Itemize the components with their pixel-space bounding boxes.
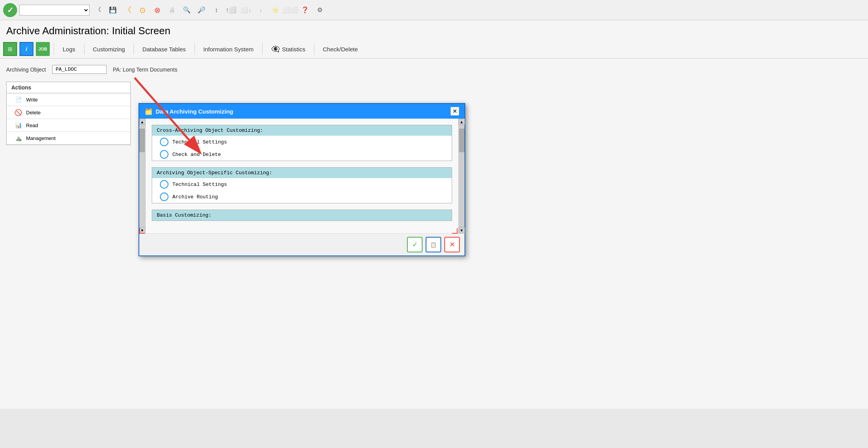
write-icon: 📄 xyxy=(14,96,22,103)
dialog-title-left: 🗂️ Data Archiving Customizing xyxy=(145,108,233,115)
cross-archiving-section: Cross-Archiving Object Customizing: Tech… xyxy=(152,125,452,161)
rewind-btn[interactable]: 《 xyxy=(121,4,134,16)
menu-logs[interactable]: Logs xyxy=(56,44,82,55)
basis-section: Basis Customizing: xyxy=(152,210,452,221)
dialog-scrollbar-right: ▲ ▼ xyxy=(458,119,465,233)
job-icon[interactable]: JOB xyxy=(36,42,50,56)
scroll-up-right[interactable]: ▲ xyxy=(459,119,465,125)
corner-br xyxy=(452,228,458,234)
menu-separator-3 xyxy=(133,43,134,55)
download-btn[interactable]: ⬜↓ xyxy=(240,4,252,16)
scrollbar-track xyxy=(459,125,465,227)
action-delete[interactable]: 🚫 Delete xyxy=(7,106,130,119)
check-and-delete-label: Check and Delete xyxy=(172,152,221,158)
menu-database-tables[interactable]: Database Tables xyxy=(136,44,192,55)
back-btn[interactable]: 《 xyxy=(92,4,104,16)
menu-statistics[interactable]: 👁‍🗨 Statistics xyxy=(265,42,312,56)
archiving-row: Archiving Object PA: Long Term Documents xyxy=(6,65,862,74)
technical-settings-2-icon xyxy=(160,180,168,189)
upload-btn[interactable]: ↑⬜ xyxy=(225,4,237,16)
scroll-down-right[interactable]: ▼ xyxy=(459,227,465,233)
layout-btn[interactable]: ⬜⬜ xyxy=(284,4,296,16)
menubar: ⊞ i JOB Logs Customizing Database Tables… xyxy=(0,40,868,59)
object-specific-section: Archiving Object-Specific Customizing: T… xyxy=(152,167,452,203)
archive-routing-item[interactable]: Archive Routing xyxy=(152,191,452,203)
menu-separator-1 xyxy=(54,43,54,55)
info-icon[interactable]: i xyxy=(19,42,33,56)
technical-settings-2-label: Technical Settings xyxy=(172,182,227,187)
archiving-label: Archiving Object xyxy=(6,66,46,73)
archiving-description: PA: Long Term Documents xyxy=(113,66,177,73)
dialog-title-bar: 🗂️ Data Archiving Customizing ✕ xyxy=(139,104,465,119)
technical-settings-1-label: Technical Settings xyxy=(172,139,227,145)
check-button[interactable]: ✓ xyxy=(3,3,17,17)
management-icon: ⛰️ xyxy=(14,134,22,142)
dialog-close-button[interactable]: ✕ xyxy=(451,107,459,116)
archive-routing-label: Archive Routing xyxy=(172,194,218,200)
find2-btn[interactable]: 🔎 xyxy=(195,4,208,16)
menu-check-delete[interactable]: Check/Delete xyxy=(317,44,364,55)
dialog-body: Cross-Archiving Object Customizing: Tech… xyxy=(146,119,458,233)
menu-separator-5 xyxy=(262,43,263,55)
dialog-footer: ✓ 📋 ✕ xyxy=(139,233,465,256)
archive-routing-icon xyxy=(160,192,168,201)
object-specific-header: Archiving Object-Specific Customizing: xyxy=(152,168,452,178)
refresh-btn[interactable]: ↕ xyxy=(210,4,223,16)
basis-header: Basis Customizing: xyxy=(152,210,452,220)
save-btn[interactable]: 💾 xyxy=(107,4,119,16)
menu-separator-6 xyxy=(314,43,314,55)
history-dropdown[interactable] xyxy=(19,5,89,16)
main-area: Archiving Object PA: Long Term Documents… xyxy=(0,59,868,409)
dialog-details-button[interactable]: 📋 xyxy=(426,237,441,252)
menu-separator-2 xyxy=(84,43,84,55)
help-btn[interactable]: ❓ xyxy=(299,4,311,16)
dialog-customizing: 🗂️ Data Archiving Customizing ✕ ▲ ▼ xyxy=(139,103,465,256)
technical-settings-2-item[interactable]: Technical Settings xyxy=(152,178,452,191)
action-write-label: Write xyxy=(26,97,38,103)
delete-icon: 🚫 xyxy=(14,108,22,116)
action-delete-label: Delete xyxy=(26,110,41,116)
technical-settings-1-icon xyxy=(160,138,168,146)
technical-settings-1-item[interactable]: Technical Settings xyxy=(152,136,452,148)
menu-customizing[interactable]: Customizing xyxy=(87,44,132,55)
grid-icon[interactable]: ⊞ xyxy=(3,42,17,56)
dialog-body-wrapper: ▲ ▼ Cross-Archiving Object Customizing: … xyxy=(139,119,465,233)
archiving-input[interactable] xyxy=(52,65,107,74)
actions-header: Actions xyxy=(7,82,130,93)
action-read-label: Read xyxy=(26,122,38,128)
bookmark-btn[interactable]: ⭐ xyxy=(269,4,282,16)
scrollbar-thumb[interactable] xyxy=(459,129,465,152)
scroll-up-left[interactable]: ▲ xyxy=(139,119,146,125)
settings-btn[interactable]: ⚙ xyxy=(314,4,326,16)
check-and-delete-item[interactable]: Check and Delete xyxy=(152,148,452,161)
menu-separator-4 xyxy=(195,43,195,55)
dialog-scrollbar-left: ▲ ▼ xyxy=(139,119,146,233)
dialog-confirm-button[interactable]: ✓ xyxy=(407,237,423,252)
find-btn[interactable]: 🔍 xyxy=(181,4,193,16)
action-management[interactable]: ⛰️ Management xyxy=(7,132,130,145)
actions-panel: Actions 📄 Write 🚫 Delete 📊 Read ⛰️ Manag… xyxy=(6,82,131,145)
dialog-cancel-button[interactable]: ✕ xyxy=(444,237,460,252)
menu-information-system[interactable]: Information System xyxy=(197,44,260,55)
check-and-delete-icon xyxy=(160,150,168,159)
dialog-icon: 🗂️ xyxy=(145,108,153,115)
action-management-label: Management xyxy=(26,135,56,141)
up-btn[interactable]: ⊙ xyxy=(136,4,149,16)
stop-btn[interactable]: ⊗ xyxy=(151,4,163,16)
cross-archiving-header: Cross-Archiving Object Customizing: xyxy=(152,125,452,136)
main-toolbar: ✓ 《 💾 《 ⊙ ⊗ 🖨 🔍 🔎 ↕ ↑⬜ ⬜↓ ↓ ⭐ ⬜⬜ ❓ ⚙ xyxy=(0,0,868,20)
action-write[interactable]: 📄 Write xyxy=(7,93,130,106)
statistics-icon: 👁‍🗨 xyxy=(271,45,280,53)
action-read[interactable]: 📊 Read xyxy=(7,119,130,132)
print-btn[interactable]: 🖨 xyxy=(166,4,178,16)
corner-tl xyxy=(139,228,145,234)
read-icon: 📊 xyxy=(14,121,22,129)
dialog-title-text: Data Archiving Customizing xyxy=(156,108,233,115)
down2-btn[interactable]: ↓ xyxy=(254,4,267,16)
page-title: Archive Administration: Initial Screen xyxy=(0,20,868,40)
